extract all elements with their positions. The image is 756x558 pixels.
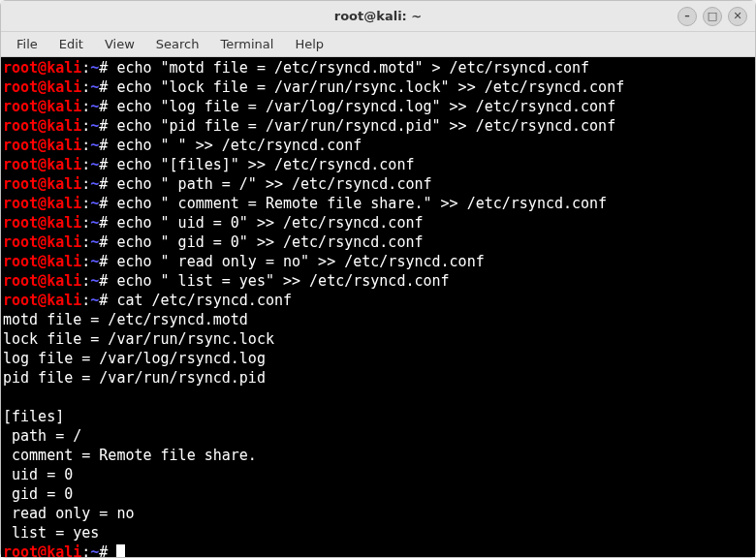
prompt-hash: # — [99, 137, 116, 154]
prompt-colon: : — [81, 233, 90, 251]
terminal-body[interactable]: root@kali:~# echo "motd file = /etc/rsyn… — [1, 57, 755, 557]
prompt-user: root@kali — [3, 195, 81, 212]
command-line: root@kali:~# echo " gid = 0" >> /etc/rsy… — [3, 232, 753, 252]
menubar: File Edit View Search Terminal Help — [1, 32, 755, 57]
command-line: root@kali:~# echo "motd file = /etc/rsyn… — [3, 58, 753, 78]
prompt-hash: # — [99, 59, 116, 77]
prompt-hash: # — [99, 543, 116, 557]
prompt-path: ~ — [90, 233, 99, 251]
output-line: list = yes — [3, 523, 753, 542]
prompt-user: root@kali — [3, 98, 81, 115]
command-line: root@kali:~# echo " comment = Remote fil… — [3, 194, 753, 213]
prompt-colon: : — [81, 156, 90, 173]
output-line: uid = 0 — [3, 465, 753, 484]
prompt-colon: : — [81, 117, 90, 135]
minimize-button[interactable]: – — [677, 7, 697, 26]
window-title: root@kali: ~ — [334, 9, 422, 23]
prompt-path: ~ — [90, 253, 99, 270]
command-text: echo " uid = 0" >> /etc/rsyncd.conf — [116, 214, 423, 232]
prompt-path: ~ — [90, 292, 99, 309]
command-line: root@kali:~# echo " read only = no" >> /… — [3, 252, 753, 271]
output-line: path = / — [3, 426, 753, 446]
prompt-path: ~ — [90, 78, 99, 96]
prompt-hash: # — [99, 272, 116, 290]
prompt-user: root@kali — [3, 137, 81, 154]
menu-file[interactable]: File — [7, 34, 47, 54]
prompt-hash: # — [99, 253, 116, 270]
prompt-path: ~ — [90, 272, 99, 290]
output-line: comment = Remote file share. — [3, 446, 753, 465]
output-line: pid file = /var/run/rsyncd.pid — [3, 368, 753, 388]
command-line: root@kali:~# echo "lock file = /var/run/… — [3, 78, 753, 97]
output-line: read only = no — [3, 504, 753, 523]
prompt-hash: # — [99, 78, 116, 96]
prompt-path: ~ — [90, 195, 99, 212]
command-text: echo "lock file = /var/run/rsync.lock" >… — [116, 78, 624, 96]
close-icon: ✕ — [733, 11, 741, 21]
titlebar: root@kali: ~ – □ ✕ — [1, 1, 755, 32]
prompt-user: root@kali — [3, 543, 81, 557]
prompt-colon: : — [81, 272, 90, 290]
prompt-user: root@kali — [3, 292, 81, 309]
prompt-user: root@kali — [3, 253, 81, 270]
prompt-colon: : — [81, 214, 90, 232]
command-line: root@kali:~# echo " " >> /etc/rsyncd.con… — [3, 136, 753, 155]
command-text: echo "motd file = /etc/rsyncd.motd" > /e… — [116, 59, 589, 77]
command-text: echo " " >> /etc/rsyncd.conf — [116, 137, 362, 154]
maximize-icon: □ — [708, 11, 717, 21]
prompt-hash: # — [99, 117, 116, 135]
prompt-user: root@kali — [3, 156, 81, 173]
command-text: echo "log file = /var/log/rsyncd.log" >>… — [116, 98, 615, 115]
command-line: root@kali:~# echo "log file = /var/log/r… — [3, 97, 753, 116]
prompt-hash: # — [99, 233, 116, 251]
command-line: root@kali:~# echo "[files]" >> /etc/rsyn… — [3, 155, 753, 174]
command-text: echo " gid = 0" >> /etc/rsyncd.conf — [116, 233, 423, 251]
prompt-hash: # — [99, 156, 116, 173]
menu-terminal[interactable]: Terminal — [210, 34, 283, 54]
command-line: root@kali:~# echo " uid = 0" >> /etc/rsy… — [3, 213, 753, 232]
command-text: cat /etc/rsyncd.conf — [116, 292, 292, 309]
prompt-colon: : — [81, 78, 90, 96]
cursor — [116, 544, 125, 557]
window-controls: – □ ✕ — [677, 7, 747, 26]
prompt-user: root@kali — [3, 214, 81, 232]
prompt-colon: : — [81, 175, 90, 193]
terminal-window: root@kali: ~ – □ ✕ File Edit View Search… — [0, 0, 756, 558]
command-text: echo "pid file = /var/run/rsyncd.pid" >>… — [116, 117, 615, 135]
command-text: echo " path = /" >> /etc/rsyncd.conf — [116, 175, 431, 193]
menu-help[interactable]: Help — [285, 34, 333, 54]
command-line: root@kali:~# cat /etc/rsyncd.conf — [3, 291, 753, 310]
prompt-path: ~ — [90, 117, 99, 135]
command-text: echo " list = yes" >> /etc/rsyncd.conf — [116, 272, 449, 290]
prompt-hash: # — [99, 214, 116, 232]
prompt-path: ~ — [90, 214, 99, 232]
close-button[interactable]: ✕ — [728, 7, 747, 26]
menu-view[interactable]: View — [95, 34, 144, 54]
prompt-user: root@kali — [3, 78, 81, 96]
prompt-user: root@kali — [3, 233, 81, 251]
command-text: echo " read only = no" >> /etc/rsyncd.co… — [116, 253, 484, 270]
command-text: echo "[files]" >> /etc/rsyncd.conf — [116, 156, 414, 173]
prompt-colon: : — [81, 137, 90, 154]
output-line: gid = 0 — [3, 484, 753, 504]
command-line: root@kali:~# echo " path = /" >> /etc/rs… — [3, 174, 753, 194]
prompt-path: ~ — [90, 98, 99, 115]
prompt-path: ~ — [90, 137, 99, 154]
output-line: motd file = /etc/rsyncd.motd — [3, 310, 753, 329]
prompt-user: root@kali — [3, 175, 81, 193]
minimize-icon: – — [684, 11, 690, 21]
maximize-button[interactable]: □ — [703, 7, 722, 26]
menu-edit[interactable]: Edit — [49, 34, 93, 54]
prompt-colon: : — [81, 195, 90, 212]
prompt-path: ~ — [90, 175, 99, 193]
command-line: root@kali:~# echo "pid file = /var/run/r… — [3, 116, 753, 136]
menu-search[interactable]: Search — [146, 34, 209, 54]
output-line: [files] — [3, 407, 753, 426]
prompt-colon: : — [81, 543, 90, 557]
prompt-hash: # — [99, 98, 116, 115]
output-line: log file = /var/log/rsyncd.log — [3, 349, 753, 368]
prompt-user: root@kali — [3, 59, 81, 77]
prompt-user: root@kali — [3, 117, 81, 135]
prompt-path: ~ — [90, 543, 99, 557]
prompt-path: ~ — [90, 59, 99, 77]
